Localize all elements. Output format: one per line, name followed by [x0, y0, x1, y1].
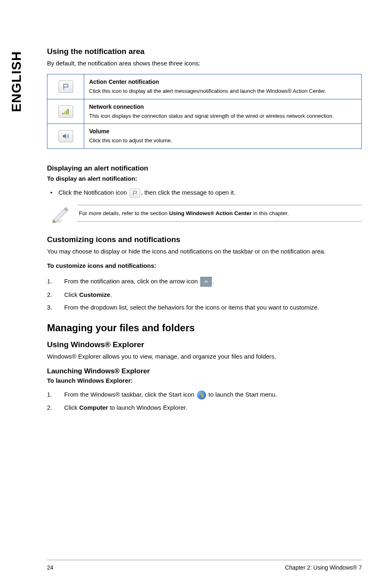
section-heading-customizing: Customizing icons and notifications: [47, 235, 362, 244]
text-segment: to launch the Start menu.: [208, 391, 277, 398]
list-text: From the notification area, click on the…: [64, 276, 214, 287]
numbered-list: 1. From the Windows® taskbar, click the …: [47, 390, 362, 412]
intro-text: By default, the notification area shows …: [47, 59, 362, 67]
list-text: Click Customize.: [64, 290, 112, 299]
cell-title: Network connection: [89, 103, 356, 110]
windows-start-orb-icon: [197, 391, 206, 399]
bold-segment: Computer: [79, 404, 108, 411]
network-signal-icon: [58, 105, 73, 118]
text-segment: Click: [64, 404, 79, 411]
intro-text: Windows® Explorer allows you to view, ma…: [47, 352, 362, 361]
subheading-display-alert: Displaying an alert notification: [47, 164, 362, 173]
intro-text: You may choose to display or hide the ic…: [47, 247, 362, 256]
icon-cell: [47, 124, 84, 149]
bold-segment: Using Windows® Action Center: [169, 210, 252, 216]
cell-content: Action Center notification Click this ic…: [84, 74, 362, 99]
table-row: Volume Click this icon to adjust the vol…: [47, 124, 362, 149]
text-segment: , then click the message to open it.: [141, 189, 235, 196]
table-row: Action Center notification Click this ic…: [47, 74, 362, 99]
subheading-launching-explorer: Launching Windows® Explorer: [47, 367, 362, 375]
action-center-flag-icon: [58, 81, 73, 93]
svg-rect-0: [62, 113, 63, 114]
svg-rect-7: [199, 395, 201, 397]
instruction-lead: To display an alert notification:: [47, 175, 362, 182]
list-item: 2. Click Computer to launch Windows Expl…: [47, 403, 362, 412]
list-item: 3. From the dropdown list, select the be…: [47, 303, 362, 312]
text-segment: in this chapter.: [252, 210, 289, 216]
cell-title: Volume: [89, 128, 356, 135]
volume-speaker-icon: [58, 130, 73, 142]
list-text: From the dropdown list, select the behav…: [64, 303, 319, 312]
svg-rect-3: [67, 109, 69, 114]
subheading-windows-explorer: Using Windows® Explorer: [47, 340, 362, 349]
list-number: 2.: [47, 290, 64, 299]
instruction-lead: To launch Windows Explorer:: [47, 377, 362, 384]
list-item: 2. Click Customize.: [47, 290, 362, 299]
bullet-item: Click the Notification icon , then click…: [58, 188, 362, 197]
bold-segment: Customize: [79, 291, 110, 298]
svg-rect-2: [66, 110, 67, 114]
list-text: Click Computer to launch Windows Explore…: [64, 403, 187, 412]
notification-flag-icon: [130, 189, 140, 197]
text-segment: Click the Notification icon: [58, 189, 129, 196]
svg-rect-8: [202, 395, 204, 397]
pencil-note-icon: [50, 206, 70, 224]
table-row: Network connection This icon displays th…: [47, 99, 362, 124]
numbered-list: 1. From the notification area, click on …: [47, 276, 362, 312]
cell-content: Volume Click this icon to adjust the vol…: [84, 124, 362, 149]
text-segment: .: [110, 291, 112, 298]
note-text: For more details, refer to the section U…: [77, 205, 362, 222]
page-number: 24: [47, 564, 54, 571]
section-heading-notification-area: Using the notification area: [47, 47, 362, 56]
list-number: 1.: [47, 276, 64, 286]
icon-cell: [47, 74, 84, 99]
list-item: 1. From the notification area, click on …: [47, 276, 362, 287]
page-content: Using the notification area By default, …: [47, 47, 362, 415]
note-callout: For more details, refer to the section U…: [50, 205, 362, 224]
show-hidden-arrow-icon: [200, 277, 212, 287]
svg-rect-5: [199, 393, 201, 395]
icon-cell: [47, 99, 84, 124]
cell-content: Network connection This icon displays th…: [84, 99, 362, 124]
notification-icons-table: Action Center notification Click this ic…: [47, 74, 362, 149]
cell-title: Action Center notification: [89, 79, 356, 85]
language-tab: ENGLISH: [9, 51, 24, 112]
text-segment: For more details, refer to the section: [79, 210, 169, 216]
text-segment: Click: [64, 291, 79, 298]
svg-rect-6: [202, 393, 204, 395]
text-segment: From the Windows® taskbar, click the Sta…: [64, 391, 196, 398]
chapter-label: Chapter 2: Using Windows® 7: [285, 564, 362, 571]
list-item: 1. From the Windows® taskbar, click the …: [47, 390, 362, 399]
text-segment: From the notification area, click on the…: [64, 278, 199, 285]
cell-desc: Click this icon to adjust the volume.: [89, 137, 356, 144]
cell-desc: Click this icon to display all the alert…: [89, 88, 356, 95]
page-footer: 24 Chapter 2: Using Windows® 7: [47, 560, 362, 571]
svg-rect-1: [64, 112, 65, 114]
instruction-lead: To customize icons and notifications:: [47, 262, 362, 269]
main-heading-managing-files: Managing your files and folders: [47, 322, 362, 334]
list-number: 1.: [47, 390, 64, 399]
text-segment: to launch Windows Explorer.: [108, 404, 187, 411]
list-number: 2.: [47, 403, 64, 412]
list-text: From the Windows® taskbar, click the Sta…: [64, 390, 277, 399]
list-number: 3.: [47, 303, 64, 312]
text-segment: .: [213, 278, 214, 285]
cell-desc: This icon displays the connection status…: [89, 112, 356, 120]
